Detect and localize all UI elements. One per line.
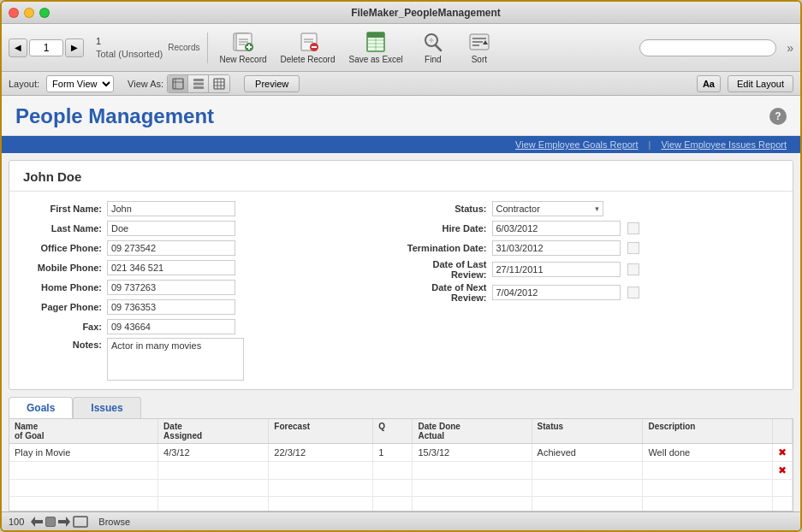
svg-rect-41 bbox=[74, 517, 87, 527]
col-date-assigned: DateAssigned bbox=[158, 419, 269, 444]
form-view-button[interactable] bbox=[168, 75, 188, 92]
notes-label: Notes: bbox=[16, 340, 102, 350]
pager-phone-value[interactable]: 09 736353 bbox=[107, 299, 235, 315]
next-review-value[interactable]: 7/04/2012 bbox=[492, 285, 621, 300]
svg-rect-14 bbox=[367, 33, 384, 38]
col-actions bbox=[773, 419, 793, 444]
view-goals-link[interactable]: View Employee Goals Report bbox=[515, 139, 638, 150]
delete-record-button[interactable]: Delete Record bbox=[276, 27, 341, 68]
total-records: 1 bbox=[96, 35, 163, 47]
list-view-button[interactable] bbox=[188, 75, 209, 92]
fax-value[interactable]: 09 43664 bbox=[107, 319, 235, 334]
record-fields: First Name: John Last Name: Doe Office P… bbox=[9, 200, 793, 381]
status-value[interactable]: Contractor▼ bbox=[492, 201, 603, 216]
date-assigned-cell[interactable] bbox=[158, 462, 269, 480]
delete-cell: ✖ bbox=[773, 444, 793, 462]
window-title: FileMaker_PeopleManagement bbox=[58, 7, 793, 19]
view-issues-link[interactable]: View Employee Issues Report bbox=[661, 139, 787, 150]
close-button[interactable] bbox=[9, 8, 19, 18]
edit-layout-button[interactable]: Edit Layout bbox=[728, 75, 793, 92]
layout-select[interactable]: Form View bbox=[46, 75, 114, 92]
notes-value[interactable]: Actor in many movies bbox=[107, 338, 244, 381]
tab-headers: Goals Issues bbox=[9, 397, 793, 418]
find-button[interactable]: Find bbox=[412, 27, 454, 68]
status-cell[interactable]: Achieved bbox=[532, 444, 643, 462]
minimize-button[interactable] bbox=[24, 8, 34, 18]
termination-date-calendar[interactable] bbox=[627, 242, 639, 254]
goal-name-cell[interactable]: Play in Movie bbox=[9, 444, 158, 462]
help-button[interactable]: ? bbox=[769, 108, 787, 125]
last-review-calendar[interactable] bbox=[627, 263, 639, 275]
zoom-level: 100 bbox=[9, 517, 24, 527]
office-phone-label: Office Phone: bbox=[16, 243, 102, 253]
q-cell[interactable]: 1 bbox=[373, 444, 413, 462]
termination-date-row: Termination Date: 31/03/2012 bbox=[401, 239, 787, 257]
home-phone-value[interactable]: 09 737263 bbox=[107, 280, 235, 295]
delete-cell: ✖ bbox=[773, 462, 793, 480]
expand-button[interactable]: » bbox=[787, 41, 793, 55]
forecast-cell[interactable] bbox=[269, 462, 373, 480]
nav-back-button[interactable]: ◀ bbox=[9, 38, 27, 57]
save-as-excel-label: Save as Excel bbox=[348, 55, 402, 64]
next-review-calendar[interactable] bbox=[627, 287, 639, 299]
status-dropdown-arrow: ▼ bbox=[594, 205, 601, 213]
nav-forward-button[interactable]: ▶ bbox=[65, 38, 84, 57]
goal-name-cell[interactable] bbox=[9, 462, 158, 480]
records-label: Records bbox=[168, 43, 199, 52]
termination-date-value[interactable]: 31/03/2012 bbox=[492, 240, 621, 256]
svg-rect-31 bbox=[193, 79, 204, 81]
save-as-excel-button[interactable]: Save as Excel bbox=[343, 27, 407, 68]
new-record-label: New Record bbox=[220, 55, 267, 64]
sort-button[interactable]: Sort bbox=[458, 27, 501, 68]
pager-phone-label: Pager Phone: bbox=[16, 302, 102, 312]
hire-date-value[interactable]: 6/03/2012 bbox=[492, 221, 621, 236]
forecast-cell[interactable]: 22/3/12 bbox=[269, 444, 373, 462]
search-input[interactable] bbox=[639, 39, 776, 56]
zoom-out-icon[interactable] bbox=[31, 517, 43, 527]
new-record-button[interactable]: New Record bbox=[215, 27, 272, 68]
layout-label: Layout: bbox=[9, 79, 39, 89]
report-separator: | bbox=[649, 139, 651, 150]
last-name-label: Last Name: bbox=[16, 223, 102, 233]
preview-button[interactable]: Preview bbox=[244, 75, 300, 92]
last-review-label: Date of Last Review: bbox=[401, 259, 487, 280]
description-cell[interactable]: Well done bbox=[643, 444, 773, 462]
new-record-icon bbox=[231, 31, 255, 53]
date-done-cell[interactable]: 15/3/12 bbox=[413, 444, 532, 462]
goal-name-cell[interactable] bbox=[9, 497, 158, 512]
table-view-button[interactable] bbox=[209, 75, 229, 92]
zoom-in-icon[interactable] bbox=[58, 517, 70, 527]
mobile-phone-value[interactable]: 021 346 521 bbox=[107, 260, 235, 275]
date-done-cell[interactable] bbox=[413, 462, 532, 480]
svg-rect-32 bbox=[193, 82, 204, 85]
font-format-button[interactable]: Aa bbox=[697, 75, 721, 92]
goal-name-cell[interactable] bbox=[9, 480, 158, 497]
status-cell[interactable] bbox=[532, 462, 643, 480]
find-label: Find bbox=[425, 55, 441, 64]
description-cell[interactable] bbox=[643, 462, 773, 480]
delete-record-icon bbox=[296, 31, 320, 53]
first-name-row: First Name: John bbox=[16, 200, 401, 217]
office-phone-value[interactable]: 09 273542 bbox=[107, 240, 235, 256]
hire-date-calendar[interactable] bbox=[627, 222, 639, 234]
window-icon bbox=[73, 516, 88, 528]
svg-marker-39 bbox=[31, 517, 43, 527]
goals-tab[interactable]: Goals bbox=[9, 397, 73, 418]
svg-line-20 bbox=[436, 45, 441, 50]
status-label: Status: bbox=[401, 204, 487, 214]
last-review-value[interactable]: 27/11/2011 bbox=[492, 262, 621, 277]
record-number-input[interactable] bbox=[29, 39, 63, 56]
first-name-value[interactable]: John bbox=[107, 201, 235, 216]
delete-row-button[interactable]: ✖ bbox=[778, 464, 787, 476]
title-bar: FileMaker_PeopleManagement bbox=[2, 2, 800, 24]
delete-row-button[interactable]: ✖ bbox=[778, 446, 787, 458]
save-as-excel-icon bbox=[364, 31, 388, 53]
issues-tab[interactable]: Issues bbox=[73, 397, 140, 418]
date-assigned-cell[interactable]: 4/3/12 bbox=[158, 444, 269, 462]
home-phone-row: Home Phone: 09 737263 bbox=[16, 279, 401, 296]
maximize-button[interactable] bbox=[39, 8, 50, 18]
zoom-slider[interactable] bbox=[45, 517, 56, 527]
q-cell[interactable] bbox=[373, 462, 413, 480]
mobile-phone-label: Mobile Phone: bbox=[16, 263, 102, 273]
last-name-value[interactable]: Doe bbox=[107, 221, 235, 236]
